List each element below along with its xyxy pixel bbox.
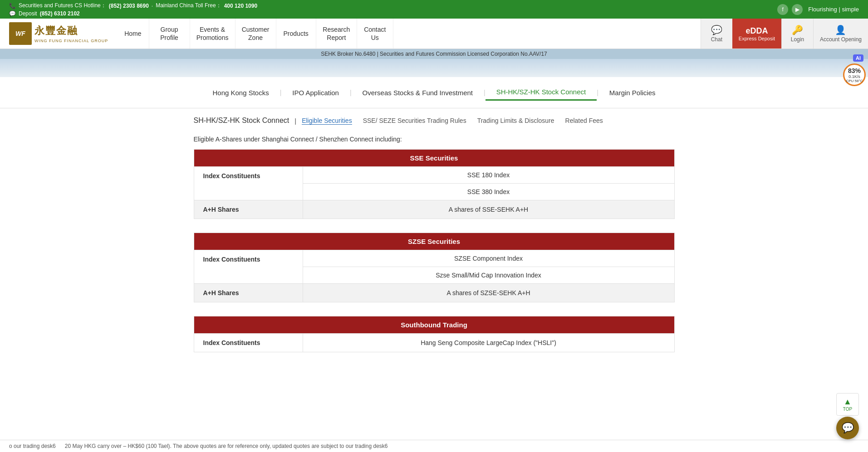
top-bar-right: f ▶ Flourishing | simple bbox=[777, 4, 859, 15]
nav-products[interactable]: Products bbox=[276, 19, 316, 49]
ai-badge: AI bbox=[853, 54, 863, 62]
southbound-index-label: Index Constituents bbox=[194, 334, 303, 352]
chat-label: Chat bbox=[711, 36, 722, 43]
sse-index-label: Index Constituents bbox=[194, 167, 303, 200]
account-opening-button[interactable]: 👤 Account Opening bbox=[813, 19, 868, 49]
content: Eligible A-Shares under Shanghai Connect… bbox=[185, 128, 684, 384]
szse-header: SZSE Securities bbox=[194, 233, 674, 250]
toll-free-number: 400 120 1090 bbox=[224, 3, 257, 9]
account-icon: 👤 bbox=[835, 24, 846, 35]
southbound-index-val: Hang Seng Composite LargeCap Index ("HSL… bbox=[303, 334, 674, 352]
nav-right: 💬 Chat eDDA Express Deposit 🔑 Login 👤 Ac… bbox=[701, 19, 868, 49]
facebook-icon[interactable]: f bbox=[777, 4, 788, 15]
sub-nav: Hong Kong Stocks | IPO Application | Ove… bbox=[0, 77, 868, 108]
logo[interactable]: WF 永豐金融 WING FUNG FINANCIAL GROUP bbox=[9, 22, 108, 45]
cpu-percent: 83% bbox=[848, 67, 861, 74]
deposit-label: Deposit bbox=[19, 10, 37, 17]
nav-research-report[interactable]: Research Report bbox=[316, 19, 357, 49]
logo-en: WING FUNG FINANCIAL GROUP bbox=[34, 39, 108, 43]
hotline-row: 📞 Securities and Futures CS Hotline： (85… bbox=[9, 2, 257, 10]
logo-text: 永豐金融 WING FUNG FINANCIAL GROUP bbox=[34, 24, 108, 43]
szse-index-val-1: SZSE Component Index bbox=[303, 250, 674, 267]
nav-contact-us[interactable]: Contact Us bbox=[357, 19, 393, 49]
table-row: Index Constituents Hang Seng Composite L… bbox=[194, 334, 674, 352]
login-button[interactable]: 🔑 Login bbox=[781, 19, 813, 49]
chat-button[interactable]: 💬 Chat bbox=[701, 19, 732, 49]
sse-header: SSE Securities bbox=[194, 150, 674, 167]
breadcrumb-links: Eligible Securities SSE/ SEZE Securities… bbox=[302, 117, 603, 125]
breadcrumb-sep: | bbox=[294, 117, 296, 125]
nav-home[interactable]: Home bbox=[117, 19, 149, 49]
top-bar-left: 📞 Securities and Futures CS Hotline： (85… bbox=[9, 2, 257, 17]
login-icon: 🔑 bbox=[792, 24, 803, 35]
edda-sub: Express Deposit bbox=[739, 36, 775, 41]
breadcrumb-related-fees[interactable]: Related Fees bbox=[565, 117, 603, 125]
toll-free-label: Mainland China Toll Free： bbox=[156, 2, 221, 10]
southbound-table: Southbound Trading Index Constituents Ha… bbox=[194, 316, 675, 352]
sub-nav-margin[interactable]: Margin Policies bbox=[598, 85, 667, 100]
account-label: Account Opening bbox=[820, 36, 862, 43]
social-icons: f ▶ bbox=[777, 4, 803, 15]
breadcrumb-trading-limits[interactable]: Trading Limits & Disclosure bbox=[477, 117, 554, 125]
hotline-label: Securities and Futures CS Hotline： bbox=[19, 2, 106, 10]
main-nav: Home Group Profile Events & Promotions C… bbox=[117, 19, 701, 49]
sse-index-val-2: SSE 380 Index bbox=[303, 184, 674, 200]
separator: · bbox=[152, 3, 153, 9]
sse-ah-val: A shares of SSE-SEHK A+H bbox=[303, 200, 674, 219]
logo-cn: 永豐金融 bbox=[34, 24, 108, 38]
logo-emblem: WF bbox=[9, 22, 32, 45]
hero-image bbox=[0, 59, 868, 77]
szse-table: SZSE Securities Index Constituents SZSE … bbox=[194, 233, 675, 302]
cpu-temp: CPU 58°C bbox=[846, 79, 863, 83]
breadcrumb-eligible[interactable]: Eligible Securities bbox=[302, 117, 352, 125]
content-description: Eligible A-Shares under Shanghai Connect… bbox=[194, 136, 675, 143]
nav-group-profile[interactable]: Group Profile bbox=[149, 19, 190, 49]
nav-events-promotions[interactable]: Events & Promotions bbox=[190, 19, 235, 49]
nav-customer-zone[interactable]: Customer Zone bbox=[235, 19, 276, 49]
sse-index-val-1: SSE 180 Index bbox=[303, 167, 674, 184]
header: WF 永豐金融 WING FUNG FINANCIAL GROUP Home G… bbox=[0, 19, 868, 49]
table-row: A+H Shares A shares of SZSE-SEHK A+H bbox=[194, 284, 674, 302]
hotline-number: (852) 2303 8690 bbox=[109, 3, 149, 9]
breadcrumb-section: SH-HK/SZ-HK Stock Connect | Eligible Sec… bbox=[185, 108, 684, 128]
whatsapp-icon: 💬 bbox=[9, 10, 16, 17]
logo-area: WF 永豐金融 WING FUNG FINANCIAL GROUP bbox=[0, 19, 117, 49]
cpu-speed: 0.1K/s bbox=[848, 74, 860, 79]
youtube-icon[interactable]: ▶ bbox=[792, 4, 803, 15]
breadcrumb: SH-HK/SZ-HK Stock Connect | Eligible Sec… bbox=[194, 117, 675, 125]
edda-button[interactable]: eDDA Express Deposit bbox=[732, 19, 781, 49]
szse-index-label: Index Constituents bbox=[194, 250, 303, 284]
sub-nav-overseas[interactable]: Overseas Stocks & Fund Investment bbox=[352, 85, 484, 100]
deposit-row: 💬 Deposit (852) 6310 2102 bbox=[9, 10, 257, 17]
breadcrumb-sse-rules[interactable]: SSE/ SEZE Securities Trading Rules bbox=[363, 117, 466, 125]
szse-index-val-2: Szse Small/Mid Cap Innovation Index bbox=[303, 267, 674, 284]
broker-text: SEHK Broker No.6480 | Securities and Fut… bbox=[321, 51, 547, 57]
table-row: Index Constituents SSE 180 Index bbox=[194, 167, 674, 184]
southbound-header: Southbound Trading bbox=[194, 316, 674, 334]
sse-ah-label: A+H Shares bbox=[194, 200, 303, 219]
deposit-number: (852) 6310 2102 bbox=[40, 10, 80, 17]
chat-icon: 💬 bbox=[711, 24, 722, 35]
top-bar: 📞 Securities and Futures CS Hotline： (85… bbox=[0, 0, 868, 19]
sub-nav-hk-stocks[interactable]: Hong Kong Stocks bbox=[201, 85, 280, 100]
flourishing-text: Flourishing | simple bbox=[808, 6, 859, 13]
breadcrumb-main: SH-HK/SZ-HK Stock Connect bbox=[194, 117, 289, 125]
table-row: A+H Shares A shares of SSE-SEHK A+H bbox=[194, 200, 674, 219]
sub-nav-ipo[interactable]: IPO Application bbox=[281, 85, 350, 100]
sse-table: SSE Securities Index Constituents SSE 18… bbox=[194, 149, 675, 219]
cpu-indicator: 83% 0.1K/s CPU 58°C bbox=[843, 63, 866, 86]
table-row: Index Constituents SZSE Component Index bbox=[194, 250, 674, 267]
szse-ah-val: A shares of SZSE-SEHK A+H bbox=[303, 284, 674, 302]
edda-title: eDDA bbox=[745, 26, 768, 36]
sub-nav-stock-connect[interactable]: SH-HK/SZ-HK Stock Connect bbox=[485, 84, 597, 101]
broker-bar: SEHK Broker No.6480 | Securities and Fut… bbox=[0, 49, 868, 59]
szse-ah-label: A+H Shares bbox=[194, 284, 303, 302]
phone-icon: 📞 bbox=[9, 3, 16, 9]
login-label: Login bbox=[791, 36, 804, 43]
